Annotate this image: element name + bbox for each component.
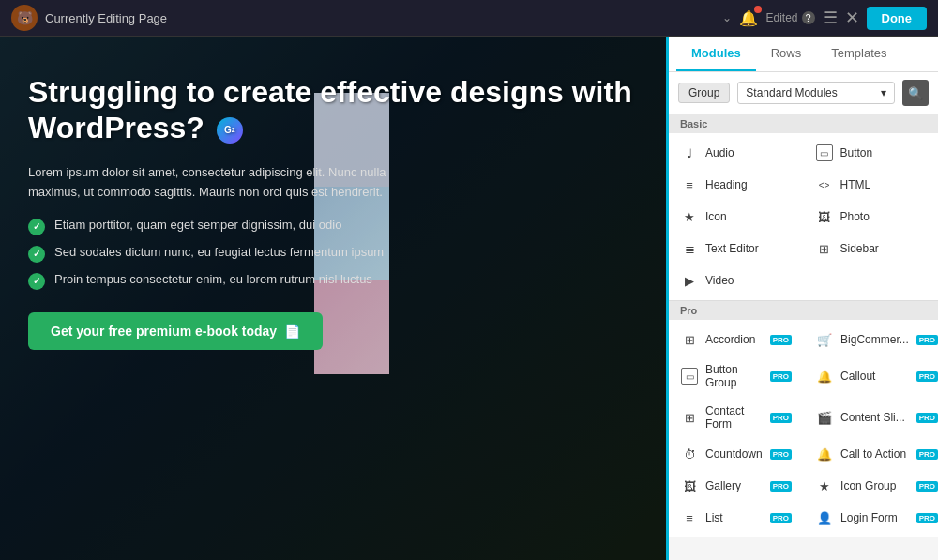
module-text-editor[interactable]: ≣ Text Editor xyxy=(669,233,804,265)
module-gallery-label: Gallery xyxy=(705,479,763,492)
right-panel: Modules Rows Templates Group Standard Mo… xyxy=(666,37,938,560)
bigcommerce-icon: 🛒 xyxy=(816,331,833,348)
tab-modules[interactable]: Modules xyxy=(676,37,756,71)
module-video[interactable]: ▶ Video xyxy=(669,265,804,296)
basic-section-label: Basic xyxy=(669,114,938,133)
basic-modules-grid: ♩ Audio ▭ Button ≡ Heading <> HTML xyxy=(669,133,938,300)
checklist: Etiam porttitor, quam eget semper dignis… xyxy=(28,218,638,290)
module-accordion[interactable]: ⊞ Accordion PRO xyxy=(669,324,804,356)
module-callout-label: Callout xyxy=(840,370,909,383)
module-bigcommerce-label: BigCommer... xyxy=(840,333,909,346)
call-to-action-icon: 🔔 xyxy=(816,446,833,462)
module-sidebar[interactable]: ⊞ Sidebar xyxy=(804,233,939,265)
pro-badge-contact-form: PRO xyxy=(770,413,792,423)
pro-badge-bigcommerce: PRO xyxy=(916,335,938,345)
group-label[interactable]: Group xyxy=(678,83,730,103)
module-button-group[interactable]: ▭ Button Group PRO xyxy=(669,356,804,397)
module-call-to-action[interactable]: 🔔 Call to Action PRO xyxy=(804,438,938,470)
cta-button[interactable]: Get your free premium e-book today 📄 xyxy=(28,312,323,350)
icon-icon: ★ xyxy=(681,208,698,225)
module-icon-group-label: Icon Group xyxy=(840,479,909,492)
module-contact-form[interactable]: ⊞ Contact Form PRO xyxy=(669,397,804,438)
chevron-down-icon[interactable]: ⌄ xyxy=(722,11,732,24)
tab-rows[interactable]: Rows xyxy=(756,37,817,71)
module-heading-label: Heading xyxy=(705,178,792,191)
module-button[interactable]: ▭ Button xyxy=(804,137,939,169)
check-icon-1 xyxy=(28,219,45,235)
page-heading: Struggling to create effective designs w… xyxy=(28,74,638,148)
module-heading[interactable]: ≡ Heading xyxy=(669,169,804,201)
pro-badge-login-form: PRO xyxy=(916,513,938,523)
chevron-down-icon: ▾ xyxy=(881,86,886,99)
module-gallery[interactable]: 🖼 Gallery PRO xyxy=(669,470,804,502)
checklist-item-3: Proin tempus consectetur enim, eu lorem … xyxy=(28,272,638,290)
icon-group-icon: ★ xyxy=(816,477,833,494)
module-accordion-label: Accordion xyxy=(705,333,763,346)
html-icon: <> xyxy=(816,176,833,193)
module-button-group-label: Button Group xyxy=(705,363,763,389)
tab-templates[interactable]: Templates xyxy=(816,37,901,71)
page-preview: Struggling to create effective designs w… xyxy=(0,37,666,560)
module-contact-form-label: Contact Form xyxy=(705,404,763,431)
pro-badge-content-slider: PRO xyxy=(916,413,938,423)
module-login-form[interactable]: 👤 Login Form PRO xyxy=(804,502,938,534)
notification-bell-icon[interactable]: 🔔 xyxy=(739,9,758,27)
search-button[interactable]: 🔍 xyxy=(902,80,929,106)
page-title: Currently Editing Page xyxy=(45,11,715,25)
search-icon: 🔍 xyxy=(908,86,923,100)
grammarly-badge: G2 xyxy=(217,117,243,144)
photo-icon: 🖼 xyxy=(816,208,833,225)
module-video-label: Video xyxy=(705,274,792,287)
module-html-label: HTML xyxy=(840,178,927,191)
hamburger-menu-icon[interactable]: ☰ xyxy=(823,8,838,28)
top-bar: 🐻 Currently Editing Page ⌄ 🔔 Edited ? ☰ … xyxy=(0,0,938,37)
module-icon-label: Icon xyxy=(705,210,792,223)
pro-badge-icon-group: PRO xyxy=(916,481,938,492)
module-icon[interactable]: ★ Icon xyxy=(669,201,804,233)
module-icon-group[interactable]: ★ Icon Group PRO xyxy=(804,470,938,502)
module-call-to-action-label: Call to Action xyxy=(840,447,909,461)
group-select-value: Standard Modules xyxy=(746,86,837,99)
pro-badge-accordion: PRO xyxy=(770,335,792,345)
pro-section-label: Pro xyxy=(669,301,938,320)
module-button-label: Button xyxy=(840,146,927,159)
module-photo[interactable]: 🖼 Photo xyxy=(804,201,939,233)
module-bigcommerce[interactable]: 🛒 BigCommer... PRO xyxy=(804,324,938,356)
cta-button-label: Get your free premium e-book today xyxy=(51,324,277,339)
module-content-slider-label: Content Sli... xyxy=(840,411,909,424)
button-icon: ▭ xyxy=(816,144,833,161)
edited-status: Edited ? xyxy=(765,11,814,24)
group-select[interactable]: Standard Modules ▾ xyxy=(737,82,895,104)
content-slider-icon: 🎬 xyxy=(816,409,833,426)
module-html[interactable]: <> HTML xyxy=(804,169,939,201)
module-text-editor-label: Text Editor xyxy=(705,242,792,255)
download-icon: 📄 xyxy=(284,324,300,339)
module-audio[interactable]: ♩ Audio xyxy=(669,137,804,169)
module-content-slider[interactable]: 🎬 Content Sli... PRO xyxy=(804,397,938,438)
heading-icon: ≡ xyxy=(681,176,698,193)
pro-badge-gallery: PRO xyxy=(770,481,792,492)
pro-badge-list: PRO xyxy=(770,513,792,523)
page-content: Struggling to create effective designs w… xyxy=(0,37,666,560)
module-list[interactable]: ≡ List PRO xyxy=(669,502,804,534)
sidebar-icon: ⊞ xyxy=(816,240,833,257)
modules-content: Basic ♩ Audio ▭ Button ≡ Heading xyxy=(669,114,938,560)
button-group-icon: ▭ xyxy=(681,368,698,385)
group-row: Group Standard Modules ▾ 🔍 xyxy=(669,72,938,114)
accordion-icon: ⊞ xyxy=(681,331,698,348)
panel-tabs: Modules Rows Templates xyxy=(669,37,938,72)
module-callout[interactable]: 🔔 Callout PRO xyxy=(804,356,938,397)
video-icon: ▶ xyxy=(681,272,698,289)
module-countdown[interactable]: ⏱ Countdown PRO xyxy=(669,438,804,470)
checklist-item-1: Etiam porttitor, quam eget semper dignis… xyxy=(28,218,638,235)
pro-modules-grid: ⊞ Accordion PRO 🛒 BigCommer... PRO ▭ But… xyxy=(669,320,938,537)
module-sidebar-label: Sidebar xyxy=(840,242,927,255)
done-button[interactable]: Done xyxy=(867,7,928,30)
body-text: Lorem ipsum dolor sit amet, consectetur … xyxy=(28,163,403,203)
close-icon[interactable]: ✕ xyxy=(845,8,859,28)
check-icon-2 xyxy=(28,246,45,263)
countdown-icon: ⏱ xyxy=(681,446,698,462)
module-photo-label: Photo xyxy=(840,210,927,223)
audio-icon: ♩ xyxy=(681,144,698,161)
help-icon[interactable]: ? xyxy=(802,11,815,24)
